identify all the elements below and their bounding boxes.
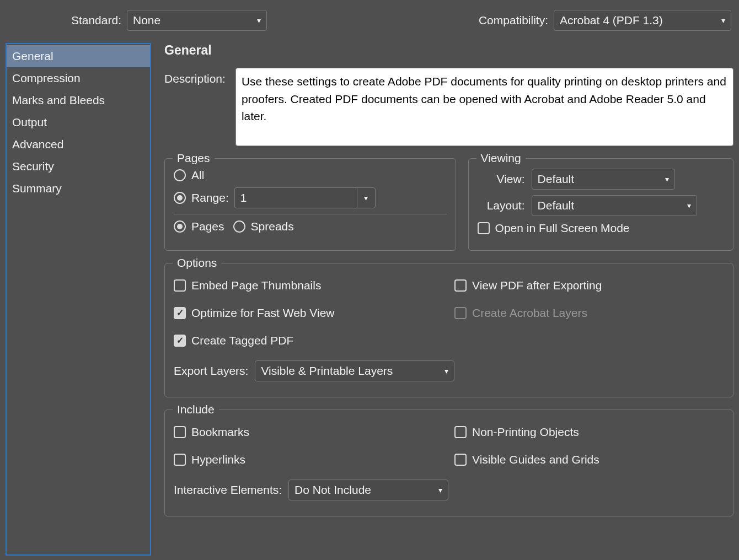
tagged-pdf-label: Create Tagged PDF xyxy=(191,334,293,347)
chevron-down-icon: ▾ xyxy=(364,193,368,202)
bookmarks-label: Bookmarks xyxy=(191,426,249,439)
radio-spreads-label: Spreads xyxy=(251,220,294,233)
chevron-down-icon: ▾ xyxy=(665,175,669,184)
export-layers-label: Export Layers: xyxy=(174,364,248,378)
export-layers-select[interactable]: Visible & Printable Layers ▾ xyxy=(255,360,454,381)
view-after-label: View PDF after Exporting xyxy=(472,279,602,292)
acrobat-layers-label: Create Acrobat Layers xyxy=(472,306,587,320)
range-input[interactable]: 1 xyxy=(234,187,357,208)
layout-label: Layout: xyxy=(478,199,525,212)
section-title: General xyxy=(164,43,733,58)
view-value: Default xyxy=(538,173,575,186)
checkbox-tagged-pdf[interactable] xyxy=(174,335,186,347)
checkbox-acrobat-layers xyxy=(454,307,467,319)
main: General Compression Marks and Bleeds Out… xyxy=(0,39,739,556)
checkbox-view-after[interactable] xyxy=(454,279,467,292)
sidebar-item-output[interactable]: Output xyxy=(7,111,150,133)
sidebar-item-marks-bleeds[interactable]: Marks and Bleeds xyxy=(7,89,150,111)
description-label: Description: xyxy=(164,68,226,85)
checkbox-bookmarks[interactable] xyxy=(174,426,186,438)
top-bar: Standard: None ▾ Compatibility: Acrobat … xyxy=(0,0,739,39)
guides-label: Visible Guides and Grids xyxy=(472,453,599,466)
view-label: View: xyxy=(478,173,525,186)
export-layers-value: Visible & Printable Layers xyxy=(261,364,393,378)
compat-value: Acrobat 4 (PDF 1.3) xyxy=(560,14,663,27)
interactive-value: Do Not Include xyxy=(294,483,371,497)
radio-range[interactable] xyxy=(174,192,186,204)
description-textarea[interactable]: Use these settings to create Adobe PDF d… xyxy=(235,68,733,146)
radio-spreads[interactable] xyxy=(233,220,245,233)
sidebar-item-compression[interactable]: Compression xyxy=(7,67,150,89)
layout-value: Default xyxy=(538,199,575,212)
standard-value: None xyxy=(133,14,160,27)
layout-select[interactable]: Default ▾ xyxy=(532,195,697,216)
chevron-down-icon: ▾ xyxy=(721,16,725,25)
radio-range-label: Range: xyxy=(191,191,229,204)
compat-label: Compatibility: xyxy=(479,14,548,27)
radio-pages[interactable] xyxy=(174,220,186,233)
viewing-fieldset: Viewing View: Default ▾ Layout: Default … xyxy=(468,158,733,251)
chevron-down-icon: ▾ xyxy=(438,486,442,494)
radio-all[interactable] xyxy=(174,169,186,181)
options-fieldset: Options Embed Page Thumbnails View PDF a… xyxy=(164,263,733,397)
chevron-down-icon: ▾ xyxy=(257,16,261,25)
content: General Description: Use these settings … xyxy=(164,43,739,556)
viewing-legend: Viewing xyxy=(476,152,526,165)
radio-pages-label: Pages xyxy=(191,220,224,233)
view-select[interactable]: Default ▾ xyxy=(532,169,675,190)
range-dropdown-btn[interactable]: ▾ xyxy=(357,187,376,208)
divider xyxy=(174,214,447,214)
radio-all-label: All xyxy=(191,169,204,182)
pages-legend: Pages xyxy=(173,152,215,165)
checkbox-fullscreen[interactable] xyxy=(478,222,490,234)
pages-fieldset: Pages All Range: 1 ▾ Pages xyxy=(164,158,456,251)
sidebar-item-general[interactable]: General xyxy=(7,45,150,67)
interactive-label: Interactive Elements: xyxy=(174,483,282,497)
checkbox-guides[interactable] xyxy=(454,454,467,466)
sidebar-item-summary[interactable]: Summary xyxy=(7,177,150,200)
standard-label: Standard: xyxy=(8,14,121,27)
options-legend: Options xyxy=(173,256,221,270)
compat-select[interactable]: Acrobat 4 (PDF 1.3) ▾ xyxy=(554,10,731,31)
hyperlinks-label: Hyperlinks xyxy=(191,453,245,466)
standard-select[interactable]: None ▾ xyxy=(127,10,267,31)
checkbox-hyperlinks[interactable] xyxy=(174,454,186,466)
interactive-select[interactable]: Do Not Include ▾ xyxy=(288,480,448,500)
chevron-down-icon: ▾ xyxy=(445,367,448,375)
sidebar-item-advanced[interactable]: Advanced xyxy=(7,133,150,155)
optimize-fast-label: Optimize for Fast Web View xyxy=(191,306,334,320)
range-combo[interactable]: 1 ▾ xyxy=(234,187,376,208)
embed-thumbs-label: Embed Page Thumbnails xyxy=(191,279,321,292)
sidebar-item-security[interactable]: Security xyxy=(7,155,150,177)
checkbox-optimize-fast[interactable] xyxy=(174,307,186,319)
sidebar: General Compression Marks and Bleeds Out… xyxy=(6,43,151,556)
fullscreen-label: Open in Full Screen Mode xyxy=(495,222,630,235)
nonprinting-label: Non-Printing Objects xyxy=(472,426,579,439)
checkbox-nonprinting[interactable] xyxy=(454,426,467,438)
chevron-down-icon: ▾ xyxy=(687,201,691,210)
include-fieldset: Include Bookmarks Non-Printing Objects H… xyxy=(164,410,733,516)
checkbox-embed-thumbs[interactable] xyxy=(174,279,186,292)
include-legend: Include xyxy=(173,403,219,416)
